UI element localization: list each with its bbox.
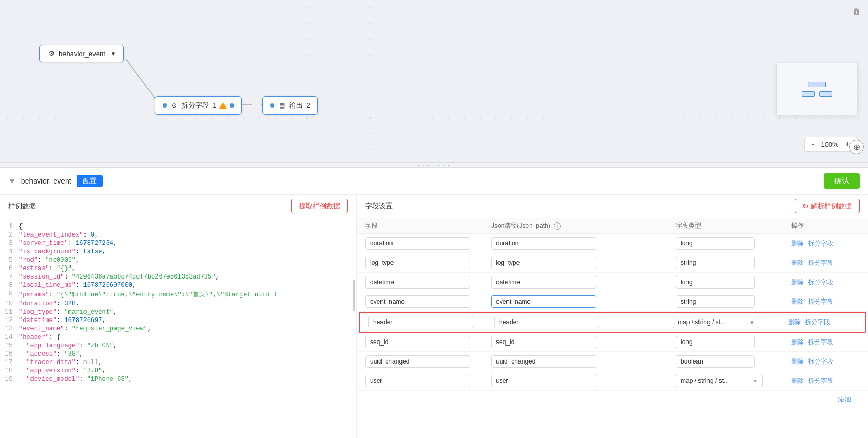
add-field-link[interactable]: 添加	[829, 391, 860, 408]
content-area: 样例数据 提取样例数据 1 { 2 "tea_event_index": 0, …	[0, 195, 868, 438]
refresh-icon: ↻	[802, 202, 809, 210]
type-select-seq-id[interactable]: long string boolean	[676, 336, 755, 348]
code-line: 3 "server_time": 1678727234,	[0, 239, 356, 248]
fetch-sample-button[interactable]: 提取样例数据	[291, 199, 348, 213]
field-input-duration[interactable]	[365, 237, 470, 250]
field-settings-label: 字段设置	[365, 201, 393, 211]
split-link[interactable]: 拆分字段	[805, 318, 830, 327]
panel-header: ▼ behavior_event 配置 确认	[0, 168, 868, 195]
code-line: 14 "header": {	[0, 333, 356, 341]
delete-link[interactable]: 删除	[788, 318, 801, 327]
field-input-header[interactable]	[368, 316, 473, 328]
type-select-wrapper: boolean long string	[676, 355, 791, 368]
code-line: 19 "device_model": "iPhone 6S",	[0, 375, 356, 383]
map-type-select-header[interactable]: map / string / st... ▼	[673, 316, 759, 328]
sample-data-label: 样例数据	[8, 201, 36, 211]
code-line: 13 "event_name": "register_page_view",	[0, 325, 356, 333]
split-link[interactable]: 拆分字段	[808, 239, 833, 248]
delete-link[interactable]: 删除	[791, 338, 804, 347]
output-icon: ▤	[278, 101, 286, 110]
field-input-seq-id[interactable]	[365, 336, 470, 348]
code-line: 18 "app_version": "3.8",	[0, 367, 356, 375]
json-path-input-header[interactable]	[494, 316, 599, 328]
type-select-wrapper: long string boolean	[676, 237, 791, 250]
delete-link[interactable]: 删除	[791, 278, 804, 287]
code-line: 4 "is_background": false,	[0, 248, 356, 256]
action-links: 删除 拆分字段	[791, 377, 860, 386]
field-input-datetime[interactable]	[365, 276, 470, 289]
field-input-uuid-changed[interactable]	[365, 355, 470, 368]
table-row-user: map / string / st... ▼ 删除 拆分字段	[357, 371, 868, 391]
add-link-row: 添加	[357, 391, 868, 409]
json-path-input-uuid-changed[interactable]	[491, 355, 596, 368]
json-path-input-user[interactable]	[491, 375, 596, 387]
type-select-log-type[interactable]: string long boolean	[676, 257, 755, 269]
code-line: 12 "datetime": 1678726697,	[0, 316, 356, 325]
json-path-input-event-name[interactable]	[491, 295, 596, 308]
json-path-input-datetime[interactable]	[491, 276, 596, 289]
behavior-event-node[interactable]: ⚙ behavior_event ▼	[39, 45, 124, 62]
split-link[interactable]: 拆分字段	[808, 297, 833, 306]
action-links: 删除 拆分字段	[791, 297, 860, 306]
zoom-minus-button[interactable]: -	[810, 140, 817, 149]
table-row-header: map / string / st... ▼ 删除 拆分字段	[359, 312, 866, 333]
trash-icon[interactable]: 🗑	[850, 5, 863, 18]
split-link[interactable]: 拆分字段	[808, 377, 833, 386]
table-row: long string boolean 删除 拆分字段	[357, 234, 868, 253]
field-settings-header: 字段设置 ↻ 解析样例数据	[357, 195, 868, 218]
code-line: 7 "session_id": "4296436a7ab8c74dcf7bc26…	[0, 273, 356, 281]
code-line: 15 "app_language": "zh_CN",	[0, 341, 356, 350]
col-action: 操作	[791, 221, 860, 230]
warning-icon	[219, 102, 227, 109]
config-button[interactable]: 配置	[77, 175, 103, 187]
table-row: string long boolean 删除 拆分字段	[357, 253, 868, 273]
code-line: 17 "tracer_data": null,	[0, 358, 356, 367]
field-input-log-type[interactable]	[365, 257, 470, 269]
split-link[interactable]: 拆分字段	[808, 338, 833, 347]
action-links: 删除 拆分字段	[791, 259, 860, 268]
col-field: 字段	[365, 221, 491, 230]
info-icon[interactable]: i	[554, 222, 561, 230]
type-select-wrapper: string long boolean	[676, 295, 791, 308]
add-circle-button[interactable]: ⊕	[849, 140, 864, 154]
delete-link[interactable]: 删除	[791, 239, 804, 248]
json-path-input-duration[interactable]	[491, 237, 596, 250]
field-settings-panel: 字段设置 ↻ 解析样例数据 字段 Json路径(Json_path) i 字段类…	[357, 195, 868, 438]
delete-link[interactable]: 删除	[791, 297, 804, 306]
action-links: 删除 拆分字段	[791, 239, 860, 248]
type-select-datetime[interactable]: long string boolean	[676, 276, 755, 289]
delete-link[interactable]: 删除	[791, 259, 804, 268]
split-link[interactable]: 拆分字段	[808, 357, 833, 366]
action-links: 删除 拆分字段	[791, 278, 860, 287]
type-select-uuid-changed[interactable]: boolean long string	[676, 355, 755, 368]
field-input-user[interactable]	[365, 375, 470, 387]
confirm-button[interactable]: 确认	[824, 173, 860, 189]
map-type-select-user[interactable]: map / string / st... ▼	[676, 375, 763, 387]
connection-lines	[0, 0, 868, 162]
parse-sample-button[interactable]: ↻ 解析样例数据	[795, 199, 860, 213]
split-field-label: 拆分字段_1	[182, 101, 216, 110]
json-path-input-seq-id[interactable]	[491, 336, 596, 348]
json-path-input-log-type[interactable]	[491, 257, 596, 269]
table-header-row: 字段 Json路径(Json_path) i 字段类型 操作	[357, 218, 868, 234]
sample-data-panel: 样例数据 提取样例数据 1 { 2 "tea_event_index": 0, …	[0, 195, 357, 438]
code-line: 10 "duration": 328,	[0, 300, 356, 308]
collapse-icon[interactable]: ▼	[8, 177, 16, 185]
delete-link[interactable]: 删除	[791, 357, 804, 366]
split-link[interactable]: 拆分字段	[808, 278, 833, 287]
col-json-path: Json路径(Json_path) i	[491, 221, 676, 230]
action-links: 删除 拆分字段	[788, 318, 856, 327]
split-link[interactable]: 拆分字段	[808, 259, 833, 268]
type-select-duration[interactable]: long string boolean	[676, 237, 755, 250]
scroll-bar	[353, 280, 355, 311]
panel-header-left: ▼ behavior_event 配置	[8, 175, 103, 187]
resize-handle[interactable]: · · · · · · ·	[0, 163, 868, 168]
split-field-node[interactable]: ⊙ 拆分字段_1	[155, 96, 242, 115]
chevron-down-icon: ▼	[111, 51, 116, 57]
code-line: 2 "tea_event_index": 0,	[0, 231, 356, 239]
delete-link[interactable]: 删除	[791, 377, 804, 386]
field-table: 字段 Json路径(Json_path) i 字段类型 操作 long	[357, 218, 868, 438]
type-select-event-name[interactable]: string long boolean	[676, 295, 755, 308]
output-node[interactable]: ▤ 输出_2	[262, 96, 318, 115]
field-input-event-name[interactable]	[365, 295, 470, 308]
